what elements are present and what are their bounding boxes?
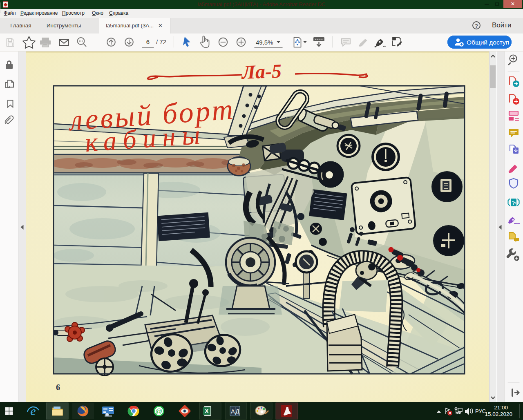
svg-text:6: 6: [146, 38, 150, 45]
svg-text:Общий доступ: Общий доступ: [467, 39, 509, 46]
svg-text:e: e: [30, 404, 36, 418]
svg-text:15.02.2020: 15.02.2020: [485, 411, 512, 417]
svg-text:А: А: [231, 408, 235, 415]
svg-text:6: 6: [56, 383, 60, 392]
svg-text:21:00: 21:00: [494, 404, 508, 411]
svg-text:49,5%: 49,5%: [256, 39, 273, 46]
svg-text:/ 72: / 72: [156, 38, 166, 45]
svg-text:Ла-5: Ла-5: [241, 60, 282, 83]
svg-text:Д: Д: [235, 408, 239, 415]
svg-text:X: X: [205, 408, 209, 414]
svg-text:@: @: [155, 407, 162, 415]
svg-text:РУС: РУС: [475, 408, 486, 414]
